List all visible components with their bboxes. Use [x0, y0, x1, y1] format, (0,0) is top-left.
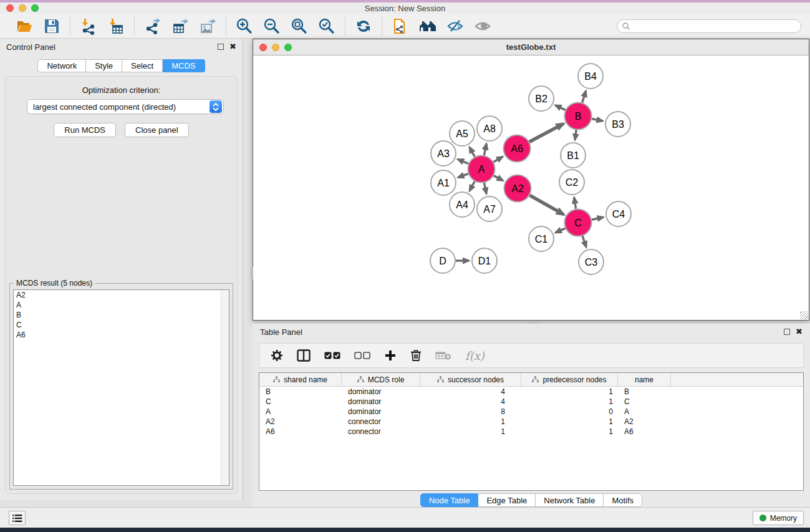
graph-node-A6[interactable]: A6 — [504, 135, 531, 162]
graph-node-A[interactable]: A — [468, 156, 495, 183]
tab-edge-table[interactable]: Edge Table — [478, 493, 536, 507]
table-row[interactable]: Cdominator41C — [259, 397, 803, 407]
table-row[interactable]: A2connector11A2 — [259, 417, 803, 427]
open-file-icon[interactable] — [15, 17, 34, 36]
refresh-layout-icon[interactable] — [354, 17, 373, 36]
tab-network[interactable]: Network — [37, 59, 86, 72]
split-divider-handle[interactable] — [251, 267, 253, 279]
cell-MCDS-role[interactable]: connector — [342, 427, 420, 437]
cell-predecessor-nodes[interactable]: 1 — [521, 387, 618, 397]
graph-node-A2[interactable]: A2 — [504, 175, 531, 202]
cell-MCDS-role[interactable]: dominator — [342, 397, 420, 407]
cell-successor-nodes[interactable]: 1 — [420, 417, 521, 427]
graph-node-D1[interactable]: D1 — [472, 248, 497, 273]
graph-edge-A-A5[interactable] — [470, 147, 475, 157]
new-network-from-selection-icon[interactable] — [391, 17, 410, 36]
zoom-in-icon[interactable] — [235, 17, 254, 36]
close-panel-button[interactable]: Close panel — [125, 123, 189, 137]
export-image-icon[interactable] — [198, 17, 217, 36]
cell-MCDS-role[interactable]: connector — [342, 417, 420, 427]
search-input[interactable] — [633, 21, 801, 32]
graph-edge-C-C1[interactable] — [556, 228, 566, 233]
graph-edge-A-A2[interactable] — [494, 176, 503, 181]
run-mcds-button[interactable]: Run MCDS — [54, 123, 116, 137]
graph-edge-C-C3[interactable] — [582, 236, 586, 247]
float-panel-icon[interactable] — [784, 329, 790, 335]
graph-edge-C-C4[interactable] — [592, 217, 604, 220]
optimization-criterion-select[interactable]: largest connected component (directed) — [27, 99, 224, 114]
table-row[interactable]: A6connector11A6 — [259, 427, 803, 437]
tab-style[interactable]: Style — [86, 59, 122, 72]
cell-successor-nodes[interactable]: 1 — [420, 427, 521, 437]
cell-shared-name[interactable]: A6 — [259, 427, 342, 437]
table-row[interactable]: Bdominator41B — [259, 387, 803, 397]
result-item[interactable]: A2 — [14, 290, 229, 300]
first-neighbors-icon[interactable] — [418, 17, 437, 36]
graph-node-C4[interactable]: C4 — [606, 201, 631, 226]
graph-node-B3[interactable]: B3 — [605, 112, 630, 137]
result-item[interactable]: A6 — [14, 330, 229, 340]
delete-column-icon[interactable] — [410, 347, 422, 364]
tab-mcds[interactable]: MCDS — [163, 59, 205, 72]
column-header-name[interactable]: name — [618, 373, 671, 386]
result-item[interactable]: C — [14, 320, 229, 330]
tab-motifs[interactable]: Motifs — [604, 493, 642, 507]
cell-shared-name[interactable]: A2 — [259, 417, 342, 427]
column-header-successor-nodes[interactable]: successor nodes — [420, 373, 521, 386]
graph-node-A8[interactable]: A8 — [477, 116, 502, 141]
cell-predecessor-nodes[interactable]: 1 — [521, 417, 618, 427]
graph-node-A7[interactable]: A7 — [477, 196, 502, 221]
cell-shared-name[interactable]: C — [259, 397, 342, 407]
network-canvas[interactable]: AA1A2A3A4A5A6A7A8BB1B2B3B4CC1C2C3C4DD1 — [253, 56, 809, 320]
graph-edge-B-B1[interactable] — [575, 130, 576, 140]
result-scrollbar[interactable] — [221, 290, 229, 485]
gear-icon[interactable] — [271, 347, 283, 364]
export-network-icon[interactable] — [143, 17, 162, 36]
graph-node-A5[interactable]: A5 — [450, 121, 475, 146]
float-panel-icon[interactable] — [218, 44, 224, 50]
column-header-predecessor-nodes[interactable]: predecessor nodes — [521, 373, 618, 386]
graph-edge-B-B3[interactable] — [592, 118, 602, 121]
result-item[interactable]: A — [14, 300, 229, 310]
graph-edge-A6-B[interactable] — [529, 123, 564, 142]
graph-node-C1[interactable]: C1 — [529, 226, 554, 251]
cell-MCDS-role[interactable]: dominator — [342, 407, 420, 417]
mcds-result-list[interactable]: A2ABCA6 — [13, 289, 229, 486]
graph-node-C[interactable]: C — [565, 210, 592, 236]
add-column-icon[interactable] — [384, 347, 397, 364]
panel-columns-icon[interactable] — [297, 347, 311, 364]
task-history-button[interactable] — [9, 511, 26, 525]
memory-button[interactable]: Memory — [753, 511, 804, 525]
graph-edge-A-A6[interactable] — [493, 157, 503, 162]
zoom-fit-icon[interactable] — [290, 17, 309, 36]
cell-MCDS-role[interactable]: dominator — [342, 387, 420, 397]
cell-successor-nodes[interactable]: 4 — [420, 397, 521, 407]
resize-grip-icon[interactable] — [800, 311, 808, 319]
table-row[interactable]: Adominator80A — [259, 407, 803, 417]
tab-network-table[interactable]: Network Table — [536, 493, 604, 507]
graph-node-B2[interactable]: B2 — [529, 86, 554, 111]
show-details-icon[interactable] — [473, 17, 492, 36]
graph-node-A1[interactable]: A1 — [431, 170, 456, 195]
graph-node-B1[interactable]: B1 — [561, 143, 586, 168]
cell-successor-nodes[interactable]: 4 — [420, 387, 521, 397]
cell-shared-name[interactable]: A — [259, 407, 342, 417]
close-panel-icon[interactable]: ✖ — [796, 329, 803, 335]
zoom-out-icon[interactable] — [263, 17, 281, 36]
column-header-shared-name[interactable]: shared name — [259, 373, 342, 386]
graph-node-B4[interactable]: B4 — [578, 64, 603, 89]
cell-name[interactable]: A6 — [618, 427, 671, 437]
close-panel-icon[interactable]: ✖ — [229, 44, 236, 50]
hide-details-icon[interactable] — [446, 17, 465, 36]
graph-node-D[interactable]: D — [430, 248, 455, 273]
import-table-icon[interactable] — [107, 17, 125, 36]
graph-edge-A2-C[interactable] — [530, 195, 564, 215]
graph-node-A3[interactable]: A3 — [431, 141, 456, 166]
save-session-icon[interactable] — [42, 17, 61, 36]
cell-name[interactable]: C — [618, 397, 671, 407]
graph-node-B[interactable]: B — [565, 103, 592, 130]
graph-node-A4[interactable]: A4 — [450, 192, 475, 217]
split-divider-handle[interactable] — [527, 321, 539, 323]
graph-edge-A-A8[interactable] — [484, 144, 486, 155]
graph-edge-A-A4[interactable] — [470, 181, 475, 191]
